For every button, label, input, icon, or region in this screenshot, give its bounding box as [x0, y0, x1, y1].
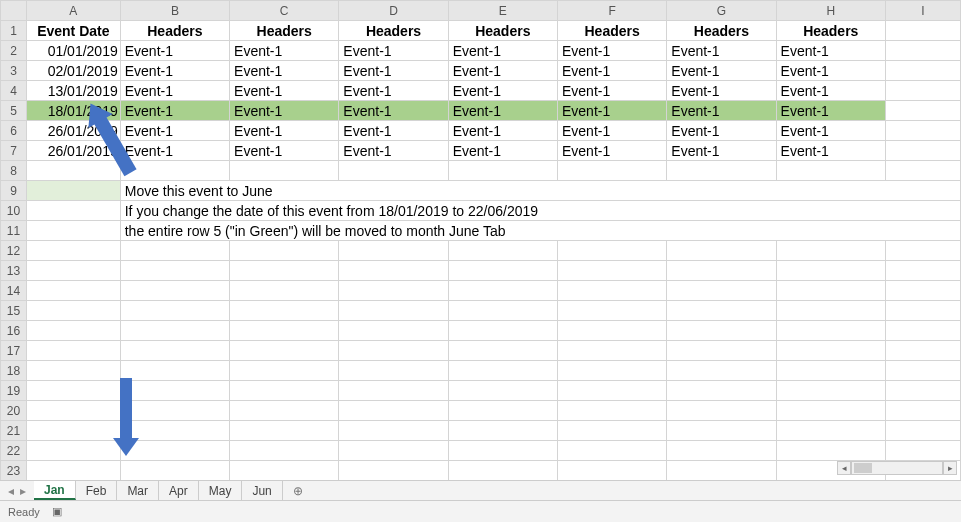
- cell[interactable]: Event-1: [339, 41, 448, 61]
- cell[interactable]: [26, 421, 120, 441]
- cell[interactable]: [26, 201, 120, 221]
- cell[interactable]: Event-1: [230, 141, 339, 161]
- cell[interactable]: [885, 361, 960, 381]
- cell[interactable]: [339, 341, 448, 361]
- cell[interactable]: [230, 361, 339, 381]
- cell[interactable]: Event-1: [667, 141, 776, 161]
- sheet-tab-jan[interactable]: Jan: [34, 481, 76, 500]
- cell[interactable]: [885, 141, 960, 161]
- cell[interactable]: [885, 321, 960, 341]
- cell[interactable]: Event-1: [120, 101, 229, 121]
- cell[interactable]: Event-1: [448, 141, 557, 161]
- cell[interactable]: [230, 261, 339, 281]
- cell[interactable]: [557, 301, 666, 321]
- cell[interactable]: [26, 181, 120, 201]
- cell[interactable]: [885, 241, 960, 261]
- cell[interactable]: Event-1: [667, 101, 776, 121]
- scroll-right-icon[interactable]: ▸: [943, 461, 957, 475]
- cell[interactable]: [120, 281, 229, 301]
- cell[interactable]: Event-1: [230, 101, 339, 121]
- row-header-22[interactable]: 22: [1, 441, 27, 461]
- cell[interactable]: [667, 241, 776, 261]
- cell[interactable]: 01/01/2019: [26, 41, 120, 61]
- cell[interactable]: [776, 441, 885, 461]
- cell[interactable]: [339, 161, 448, 181]
- cell[interactable]: Event-1: [776, 41, 885, 61]
- cell[interactable]: [339, 301, 448, 321]
- scroll-track[interactable]: [851, 461, 943, 475]
- cell[interactable]: [26, 161, 120, 181]
- cell[interactable]: [339, 261, 448, 281]
- cell[interactable]: Event-1: [120, 41, 229, 61]
- cell[interactable]: [885, 401, 960, 421]
- cell[interactable]: [557, 341, 666, 361]
- cell[interactable]: [339, 421, 448, 441]
- cell[interactable]: [120, 401, 229, 421]
- cell[interactable]: [448, 461, 557, 481]
- cell[interactable]: [339, 361, 448, 381]
- cell[interactable]: [448, 401, 557, 421]
- row-header-11[interactable]: 11: [1, 221, 27, 241]
- cell[interactable]: Event-1: [557, 81, 666, 101]
- cell[interactable]: Event-1: [120, 61, 229, 81]
- cell[interactable]: [776, 241, 885, 261]
- cell[interactable]: [26, 221, 120, 241]
- cell-note[interactable]: If you change the date of this event fro…: [120, 201, 960, 221]
- cell[interactable]: [776, 281, 885, 301]
- cell[interactable]: [230, 441, 339, 461]
- cell[interactable]: [885, 161, 960, 181]
- row-header-12[interactable]: 12: [1, 241, 27, 261]
- row-header-7[interactable]: 7: [1, 141, 27, 161]
- cell[interactable]: [230, 301, 339, 321]
- row-header-16[interactable]: 16: [1, 321, 27, 341]
- cell[interactable]: [557, 421, 666, 441]
- cell[interactable]: [26, 381, 120, 401]
- cell[interactable]: [557, 441, 666, 461]
- cell[interactable]: Event-1: [667, 61, 776, 81]
- col-header-I[interactable]: I: [885, 1, 960, 21]
- cell[interactable]: [230, 161, 339, 181]
- cell[interactable]: Event-1: [448, 121, 557, 141]
- cell[interactable]: Event-1: [776, 121, 885, 141]
- cell[interactable]: [448, 361, 557, 381]
- cell[interactable]: Event-1: [120, 81, 229, 101]
- cell[interactable]: [667, 341, 776, 361]
- row-header-13[interactable]: 13: [1, 261, 27, 281]
- row-header-20[interactable]: 20: [1, 401, 27, 421]
- cell[interactable]: [667, 421, 776, 441]
- row-header-15[interactable]: 15: [1, 301, 27, 321]
- cell[interactable]: [776, 381, 885, 401]
- cell[interactable]: [667, 441, 776, 461]
- cell[interactable]: [26, 361, 120, 381]
- cell[interactable]: [776, 401, 885, 421]
- cell[interactable]: Event-1: [448, 61, 557, 81]
- cell[interactable]: [776, 321, 885, 341]
- col-header-F[interactable]: F: [557, 1, 666, 21]
- cell[interactable]: [339, 401, 448, 421]
- cell[interactable]: Event Date: [26, 21, 120, 41]
- cell[interactable]: [557, 461, 666, 481]
- cell[interactable]: [448, 441, 557, 461]
- cell[interactable]: [557, 401, 666, 421]
- cell[interactable]: [120, 301, 229, 321]
- new-sheet-button[interactable]: ⊕: [283, 484, 313, 498]
- row-header-5[interactable]: 5: [1, 101, 27, 121]
- cell[interactable]: Event-1: [557, 41, 666, 61]
- cell[interactable]: [26, 261, 120, 281]
- row-header-21[interactable]: 21: [1, 421, 27, 441]
- cell[interactable]: [448, 301, 557, 321]
- row-header-4[interactable]: 4: [1, 81, 27, 101]
- cell[interactable]: [885, 101, 960, 121]
- cell[interactable]: Headers: [230, 21, 339, 41]
- spreadsheet-grid[interactable]: A B C D E F G H I 1 Event Date Headers H…: [0, 0, 961, 480]
- tab-nav-next-icon[interactable]: ▸: [20, 484, 26, 498]
- cell[interactable]: [448, 321, 557, 341]
- cell[interactable]: [26, 281, 120, 301]
- cell[interactable]: [448, 281, 557, 301]
- row-header-19[interactable]: 19: [1, 381, 27, 401]
- cell[interactable]: [339, 441, 448, 461]
- row-header-3[interactable]: 3: [1, 61, 27, 81]
- cell[interactable]: [339, 381, 448, 401]
- cell[interactable]: [776, 421, 885, 441]
- cell[interactable]: Event-1: [776, 101, 885, 121]
